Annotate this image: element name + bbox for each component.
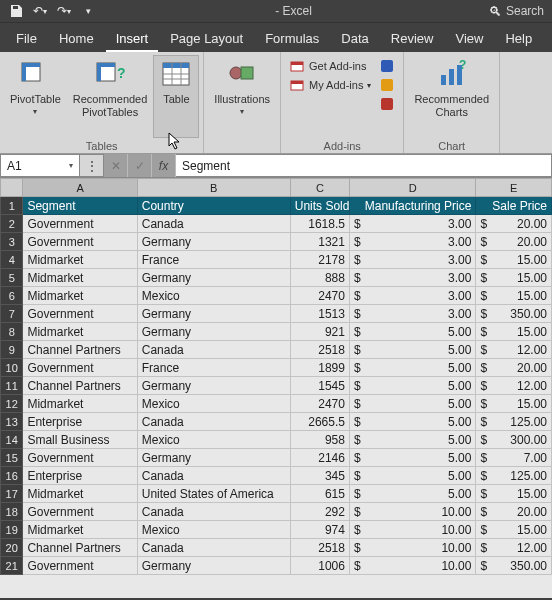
cell[interactable]: Germany — [137, 377, 290, 395]
cell[interactable]: $5.00 — [349, 431, 476, 449]
cell[interactable]: Government — [23, 557, 137, 575]
cell[interactable]: $10.00 — [349, 521, 476, 539]
row-header[interactable]: 15 — [1, 449, 23, 467]
cell[interactable]: $10.00 — [349, 557, 476, 575]
row-header[interactable]: 8 — [1, 323, 23, 341]
column-header-A[interactable]: A — [23, 179, 137, 197]
cell[interactable]: $3.00 — [349, 287, 476, 305]
search-box[interactable]: 🔍︎ Search — [489, 4, 552, 19]
cell[interactable]: Government — [23, 449, 137, 467]
row-header[interactable]: 4 — [1, 251, 23, 269]
cell[interactable]: 1006 — [290, 557, 349, 575]
row-header[interactable]: 2 — [1, 215, 23, 233]
table-button[interactable]: Table — [153, 55, 199, 138]
people-addin-button[interactable] — [379, 96, 395, 112]
cell[interactable]: $10.00 — [349, 503, 476, 521]
cell[interactable]: 2518 — [290, 341, 349, 359]
cell[interactable]: $125.00 — [476, 467, 552, 485]
column-header-B[interactable]: B — [137, 179, 290, 197]
get-addins-button[interactable]: Get Add-ins — [289, 58, 371, 74]
cell[interactable]: 974 — [290, 521, 349, 539]
select-all-corner[interactable] — [1, 179, 23, 197]
row-header[interactable]: 3 — [1, 233, 23, 251]
chevron-down-icon[interactable]: ▾ — [69, 161, 73, 170]
cell[interactable]: 1321 — [290, 233, 349, 251]
cell[interactable]: $15.00 — [476, 287, 552, 305]
cell[interactable]: Germany — [137, 305, 290, 323]
tab-page-layout[interactable]: Page Layout — [160, 25, 253, 52]
fx-icon[interactable]: fx — [152, 154, 176, 177]
worksheet-grid[interactable]: ABCDE 1SegmentCountryUnits SoldManufactu… — [0, 178, 552, 598]
cell[interactable]: $15.00 — [476, 251, 552, 269]
tab-help[interactable]: Help — [495, 25, 542, 52]
cell[interactable]: $5.00 — [349, 323, 476, 341]
cell[interactable]: $3.00 — [349, 269, 476, 287]
cell[interactable]: $125.00 — [476, 413, 552, 431]
row-header[interactable]: 9 — [1, 341, 23, 359]
cell[interactable]: $20.00 — [476, 215, 552, 233]
cell[interactable]: France — [137, 359, 290, 377]
header-cell[interactable]: Country — [137, 197, 290, 215]
cell[interactable]: 2146 — [290, 449, 349, 467]
row-header[interactable]: 14 — [1, 431, 23, 449]
cell[interactable]: $15.00 — [476, 323, 552, 341]
cell[interactable]: $5.00 — [349, 395, 476, 413]
cell[interactable]: $3.00 — [349, 305, 476, 323]
cell[interactable]: $3.00 — [349, 233, 476, 251]
tab-formulas[interactable]: Formulas — [255, 25, 329, 52]
cell[interactable]: Canada — [137, 539, 290, 557]
enter-icon[interactable]: ✓ — [128, 154, 152, 177]
name-box-expand[interactable]: ⋮ — [80, 154, 104, 177]
cell[interactable]: Germany — [137, 449, 290, 467]
cell[interactable]: Midmarket — [23, 323, 137, 341]
cell[interactable]: Small Business — [23, 431, 137, 449]
row-header[interactable]: 7 — [1, 305, 23, 323]
cell[interactable]: Midmarket — [23, 521, 137, 539]
cell[interactable]: $7.00 — [476, 449, 552, 467]
row-header[interactable]: 1 — [1, 197, 23, 215]
cell[interactable]: Government — [23, 233, 137, 251]
cell[interactable]: Mexico — [137, 431, 290, 449]
row-header[interactable]: 19 — [1, 521, 23, 539]
redo-icon[interactable]: ↷▾ — [54, 1, 74, 21]
cell[interactable]: Channel Partners — [23, 539, 137, 557]
cell[interactable]: $5.00 — [349, 467, 476, 485]
cell[interactable]: $20.00 — [476, 503, 552, 521]
cell[interactable]: Midmarket — [23, 485, 137, 503]
cell[interactable]: Midmarket — [23, 269, 137, 287]
cell[interactable]: Midmarket — [23, 287, 137, 305]
cell[interactable]: Government — [23, 359, 137, 377]
cell[interactable]: 345 — [290, 467, 349, 485]
cell[interactable]: Government — [23, 503, 137, 521]
row-header[interactable]: 21 — [1, 557, 23, 575]
cell[interactable]: Mexico — [137, 395, 290, 413]
cell[interactable]: 888 — [290, 269, 349, 287]
cell[interactable]: $15.00 — [476, 395, 552, 413]
cell[interactable]: Canada — [137, 215, 290, 233]
cell[interactable]: $12.00 — [476, 377, 552, 395]
cell[interactable]: $5.00 — [349, 341, 476, 359]
cell[interactable]: $20.00 — [476, 233, 552, 251]
header-cell[interactable]: Units Sold — [290, 197, 349, 215]
my-addins-button[interactable]: My Add-ins ▾ — [289, 77, 371, 93]
cell[interactable]: United States of America — [137, 485, 290, 503]
cell[interactable]: 2470 — [290, 395, 349, 413]
tab-file[interactable]: File — [6, 25, 47, 52]
tab-data[interactable]: Data — [331, 25, 378, 52]
cell[interactable]: France — [137, 251, 290, 269]
qat-customize-icon[interactable]: ▾ — [78, 1, 98, 21]
cell[interactable]: $3.00 — [349, 215, 476, 233]
cell[interactable]: 2518 — [290, 539, 349, 557]
cell[interactable]: 2665.5 — [290, 413, 349, 431]
cell[interactable]: $15.00 — [476, 521, 552, 539]
row-header[interactable]: 20 — [1, 539, 23, 557]
cell[interactable]: Germany — [137, 557, 290, 575]
row-header[interactable]: 5 — [1, 269, 23, 287]
cell[interactable]: Mexico — [137, 521, 290, 539]
cell[interactable]: $3.00 — [349, 251, 476, 269]
cell[interactable]: $5.00 — [349, 413, 476, 431]
illustrations-button[interactable]: Illustrations▾ — [208, 55, 276, 150]
tab-home[interactable]: Home — [49, 25, 104, 52]
cell[interactable]: Canada — [137, 341, 290, 359]
bing-addin-button[interactable] — [379, 77, 395, 93]
